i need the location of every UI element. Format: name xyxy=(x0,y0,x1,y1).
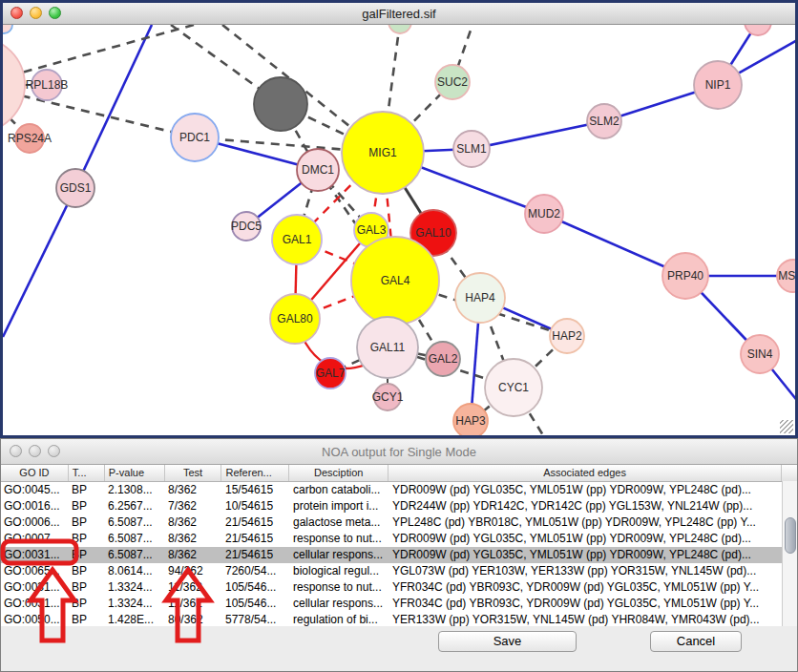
column-header[interactable]: P-value xyxy=(105,465,165,481)
network-node-label: GDS1 xyxy=(60,181,92,195)
table-cell: 10/54615 xyxy=(222,498,290,514)
table-row[interactable]: GO:0016...BP6.2567...7/36210/54615protei… xyxy=(1,498,797,514)
network-svg: RPL18BRPS24AGDS1PDC1MIG1SUC2SLM1SLM2NIP1… xyxy=(3,25,795,435)
table-cell: 7/362 xyxy=(165,498,222,514)
network-node-topgreen[interactable] xyxy=(388,25,411,33)
network-node-label: MUD2 xyxy=(528,207,560,220)
column-header-spacer xyxy=(782,465,797,481)
table-cell: GO:0031... xyxy=(1,596,69,612)
table-cell: YDR009W (pd) YGL035C, YML051W (pp) YDR00… xyxy=(389,547,784,563)
network-canvas[interactable]: RPL18BRPS24AGDS1PDC1MIG1SUC2SLM1SLM2NIP1… xyxy=(3,25,795,435)
minimize-button[interactable] xyxy=(30,7,42,19)
network-edge[interactable] xyxy=(75,25,152,188)
table-cell: GO:0006... xyxy=(1,514,69,531)
zoom-button[interactable] xyxy=(48,445,60,457)
network-node-label: GCY1 xyxy=(372,390,404,404)
close-button[interactable] xyxy=(10,445,22,457)
table-cell: cellular respons... xyxy=(290,547,389,563)
zoom-button[interactable] xyxy=(49,7,61,19)
table-cell: response to nut... xyxy=(290,579,389,596)
noa-output-window: NOA output for Single Mode GO IDT...P-va… xyxy=(0,438,798,672)
column-header[interactable]: Test xyxy=(165,465,222,481)
table-cell: BP xyxy=(69,547,105,563)
column-header[interactable]: Desciption xyxy=(289,465,388,481)
network-node-label: SLM1 xyxy=(456,142,487,156)
table-cell: 21/54615 xyxy=(222,547,290,563)
table-cell: GO:0007... xyxy=(1,531,69,547)
network-node-graynode[interactable] xyxy=(254,77,307,131)
table-cell: cellular respons... xyxy=(290,596,389,612)
column-header[interactable]: GO ID xyxy=(1,465,69,481)
table-row[interactable]: GO:0031...BP1.3324...11/362105/546...res… xyxy=(1,579,797,596)
network-node-corner1[interactable] xyxy=(3,25,12,33)
network-node-label: RPS24A xyxy=(8,132,52,145)
table-row[interactable]: GO:0031...BP6.5087...8/36221/54615cellul… xyxy=(1,547,797,563)
table-row[interactable]: GO:0045...BP2.1308...8/36215/54615carbon… xyxy=(1,482,797,498)
network-edge[interactable] xyxy=(3,188,75,337)
vertical-scrollbar[interactable] xyxy=(782,481,797,628)
network-node-label: MIG1 xyxy=(368,146,397,159)
network-node-label: GAL1 xyxy=(283,233,312,246)
table-row[interactable]: GO:0065...BP8.0614...94/3627260/54...bio… xyxy=(1,563,797,579)
network-window-titlebar[interactable]: galFiltered.sif xyxy=(3,3,795,25)
table-cell: YDR244W (pp) YDR142C, YDR142C (pp) YGL15… xyxy=(389,498,784,514)
results-table: GO IDT...P-valueTestReferen...Desciption… xyxy=(1,465,797,629)
save-button[interactable]: Save xyxy=(438,631,577,652)
table-cell: 8/362 xyxy=(165,514,222,531)
close-button[interactable] xyxy=(10,7,23,19)
table-cell: BP xyxy=(69,579,105,596)
table-header-row: GO IDT...P-valueTestReferen...Desciption… xyxy=(1,465,797,482)
table-cell: 6.5087... xyxy=(105,531,165,547)
table-cell: 1.3324... xyxy=(105,579,165,596)
traffic-lights-inactive xyxy=(10,445,67,457)
table-cell: GO:0031... xyxy=(1,579,69,596)
table-cell: 11/362 xyxy=(165,579,222,596)
scrollbar-thumb[interactable] xyxy=(785,517,796,554)
network-node-label: DMC1 xyxy=(302,163,334,177)
table-cell: YPL248C (pd) YBR018C, YML051W (pp) YDR00… xyxy=(389,514,784,531)
table-cell: BP xyxy=(69,498,105,514)
noa-window-titlebar[interactable]: NOA output for Single Mode xyxy=(1,439,797,465)
table-cell: BP xyxy=(69,596,105,612)
table-row[interactable]: GO:0007...BP6.5087...8/36221/54615respon… xyxy=(1,531,797,547)
network-node-label: GAL2 xyxy=(429,352,458,366)
table-cell: 6.2567... xyxy=(105,498,165,514)
cancel-button[interactable]: Cancel xyxy=(650,631,742,652)
table-cell: 15/54615 xyxy=(222,482,290,498)
network-node-label: GAL3 xyxy=(357,223,387,237)
table-cell: 105/546... xyxy=(222,579,290,596)
network-node-trpink[interactable] xyxy=(745,25,771,35)
table-cell: 2.1308... xyxy=(105,482,165,498)
table-cell: biological regul... xyxy=(290,563,389,579)
minimize-button[interactable] xyxy=(29,445,41,457)
table-cell: 1.3324... xyxy=(105,596,165,612)
table-cell: BP xyxy=(69,531,105,547)
network-node-label: GAL11 xyxy=(370,341,406,354)
column-header[interactable]: T... xyxy=(69,465,105,481)
table-cell: YGL073W (pd) YER103W, YER133W (pp) YOR31… xyxy=(389,563,784,579)
table-cell: 11/362 xyxy=(165,596,222,612)
table-cell: 8/362 xyxy=(165,482,222,498)
table-cell: BP xyxy=(69,514,105,531)
network-edge[interactable] xyxy=(3,25,194,85)
noa-window-title: NOA output for Single Mode xyxy=(322,445,476,459)
table-cell: protein import i... xyxy=(290,498,389,514)
table-cell: 6.5087... xyxy=(105,514,165,531)
network-node-label: GAL7 xyxy=(316,367,346,380)
table-row[interactable]: GO:0031...BP1.3324...11/362105/546...cel… xyxy=(1,596,797,612)
resize-grip[interactable] xyxy=(780,420,793,433)
table-cell: GO:0045... xyxy=(1,482,69,498)
table-cell: YFR034C (pd) YBR093C, YDR009W (pd) YGL03… xyxy=(389,596,784,612)
table-cell: 94/362 xyxy=(165,563,222,579)
column-header[interactable]: Referen... xyxy=(221,465,289,481)
network-node-bigpink[interactable] xyxy=(3,37,25,133)
network-node-label: HAP3 xyxy=(455,414,486,428)
column-header[interactable]: Associated edges xyxy=(388,465,782,481)
table-cell: YDR009W (pd) YGL035C, YML051W (pp) YDR00… xyxy=(389,531,784,547)
network-node-label: MSL1 xyxy=(778,269,795,283)
table-row[interactable]: GO:0006...BP6.5087...8/36221/54615galact… xyxy=(1,514,797,531)
network-edge[interactable] xyxy=(472,121,604,149)
network-node-label: RPL18B xyxy=(26,78,69,92)
network-window: galFiltered.sif RPL18BRPS24AGDS1PDC1MIG1… xyxy=(0,0,798,438)
table-cell: 6.5087... xyxy=(105,547,165,563)
